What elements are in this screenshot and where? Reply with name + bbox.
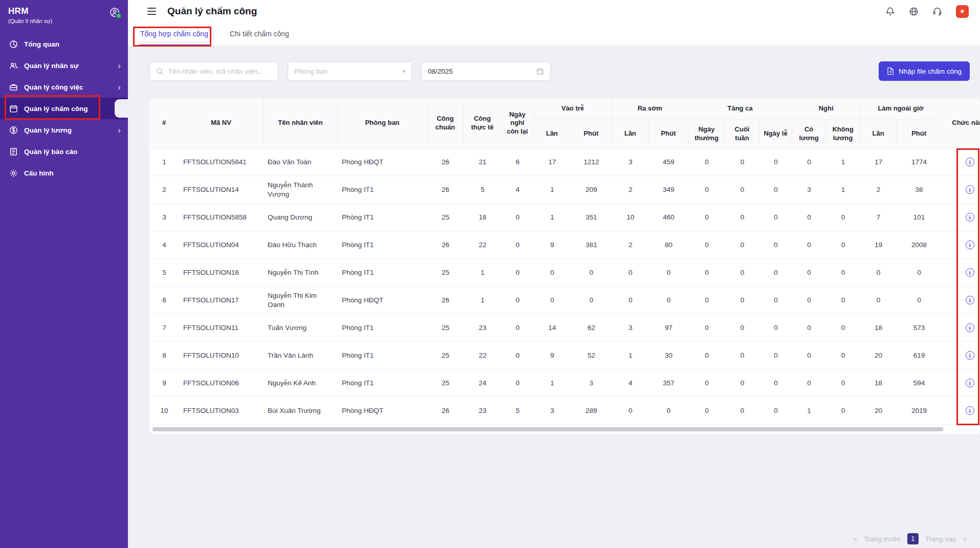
action-cell: i bbox=[942, 231, 980, 259]
next-page-button[interactable]: Trang sau bbox=[925, 535, 956, 543]
dollar-circle-icon bbox=[9, 126, 18, 135]
value-cell: 3 bbox=[612, 314, 649, 342]
value-cell: 0 bbox=[759, 204, 792, 231]
value-cell: 0 bbox=[649, 397, 688, 425]
value-cell: 18 bbox=[860, 314, 897, 342]
sidebar-item-tong-quan[interactable]: Tổng quan bbox=[0, 33, 128, 55]
value-cell: 0 bbox=[792, 148, 826, 176]
row-detail-info-icon[interactable]: i bbox=[966, 185, 974, 194]
value-cell: 0 bbox=[897, 287, 942, 314]
employee-code-cell: FFTSOLUTION11 bbox=[179, 314, 264, 342]
value-cell: 0 bbox=[725, 176, 759, 204]
support-headset-icon[interactable] bbox=[932, 7, 942, 16]
value-cell: 0 bbox=[792, 204, 826, 231]
sidebar-item-label: Cấu hình bbox=[24, 169, 54, 177]
row-index-cell: 3 bbox=[149, 204, 179, 231]
row-detail-info-icon[interactable]: i bbox=[966, 158, 974, 166]
row-detail-info-icon[interactable]: i bbox=[966, 379, 974, 387]
language-globe-icon[interactable] bbox=[909, 7, 919, 16]
table-row: 5FFTSOLUTION16Nguyễn Thị TìnhPhòng IT125… bbox=[149, 259, 980, 287]
value-cell: 573 bbox=[897, 314, 942, 342]
value-cell: 0 bbox=[759, 397, 792, 425]
value-cell: 351 bbox=[571, 204, 612, 231]
value-cell: 0 bbox=[759, 176, 792, 204]
search-input[interactable] bbox=[168, 68, 272, 75]
row-detail-info-icon[interactable]: i bbox=[966, 296, 974, 304]
employee-name-cell: Tuấn Vương bbox=[264, 314, 338, 342]
department-cell: Phòng IT1 bbox=[338, 176, 427, 204]
brand-text: HRM (Quản lí nhân sự) bbox=[8, 6, 52, 24]
action-cell: i bbox=[942, 369, 980, 397]
sidebar-item-quan-ly-luong[interactable]: Quản lý lương› bbox=[0, 119, 128, 141]
tab-chi-tiet-cham-cong[interactable]: Chi tiết chấm công bbox=[229, 23, 290, 46]
row-detail-info-icon[interactable]: i bbox=[966, 213, 974, 222]
value-cell: 0 bbox=[725, 204, 759, 231]
value-cell: 594 bbox=[897, 369, 942, 397]
tab-tong-hop-cham-cong[interactable]: Tổng hợp chấm công bbox=[139, 23, 209, 46]
row-detail-info-icon[interactable]: i bbox=[966, 323, 974, 332]
department-select[interactable]: Phòng ban ▾ bbox=[288, 61, 412, 81]
value-cell: 0 bbox=[897, 259, 942, 287]
value-cell: 0 bbox=[688, 231, 725, 259]
table-row: 1FFTSOLUTION5841Đào Văn ToànPhòng HĐQT26… bbox=[149, 148, 980, 176]
value-cell: 0 bbox=[826, 204, 860, 231]
last-page-icon[interactable]: » bbox=[963, 535, 967, 543]
import-attendance-file-button[interactable]: Nhập file chấm công bbox=[879, 61, 970, 81]
avatar-star-glyph: ★ bbox=[960, 8, 965, 15]
user-avatar[interactable]: ★ bbox=[956, 5, 969, 18]
row-detail-info-icon[interactable]: i bbox=[966, 240, 974, 249]
sidebar-item-quan-ly-cham-cong[interactable]: Quản lý chấm công bbox=[0, 98, 128, 119]
value-cell: 0 bbox=[759, 314, 792, 342]
page-title: Quản lý chấm công bbox=[167, 6, 257, 17]
value-cell: 209 bbox=[571, 176, 612, 204]
value-cell: 1 bbox=[534, 369, 571, 397]
sidebar-item-quan-ly-nhan-su[interactable]: Quản lý nhân sự› bbox=[0, 55, 128, 76]
value-cell: 18 bbox=[860, 369, 897, 397]
value-cell: 619 bbox=[897, 342, 942, 369]
value-cell: 0 bbox=[792, 259, 826, 287]
row-detail-info-icon[interactable]: i bbox=[966, 406, 974, 415]
value-cell: 4 bbox=[502, 176, 534, 204]
sidebar-item-quan-ly-cong-viec[interactable]: Quản lý công việc› bbox=[0, 76, 128, 98]
employee-code-cell: FFTSOLUTION5841 bbox=[179, 148, 264, 176]
value-cell: 0 bbox=[792, 231, 826, 259]
main-area: Quản lý chấm công ★ Tổng hợp chấm công C… bbox=[128, 0, 980, 548]
table-row: 2FFTSOLUTION14Nguyễn Thành VượngPhòng IT… bbox=[149, 176, 980, 204]
month-picker[interactable] bbox=[421, 61, 551, 81]
subcol-ot-holiday: Ngày lễ bbox=[759, 120, 792, 148]
sidebar-item-cau-hinh[interactable]: Cấu hình bbox=[0, 162, 128, 184]
calendar-icon bbox=[9, 104, 18, 113]
sidebar-user-status-icon[interactable] bbox=[108, 6, 121, 18]
action-cell: i bbox=[942, 204, 980, 231]
value-cell: 1 bbox=[464, 259, 502, 287]
table-row: 4FFTSOLUTION04Đào Hữu ThạchPhòng IT12622… bbox=[149, 231, 980, 259]
month-input[interactable] bbox=[428, 68, 489, 75]
value-cell: 0 bbox=[792, 369, 826, 397]
first-page-icon[interactable]: « bbox=[854, 535, 858, 543]
notification-bell-icon[interactable] bbox=[885, 7, 895, 16]
row-detail-info-icon[interactable]: i bbox=[966, 268, 974, 277]
value-cell: 0 bbox=[792, 287, 826, 314]
horizontal-scrollbar[interactable] bbox=[153, 427, 943, 431]
value-cell: 25 bbox=[427, 204, 464, 231]
value-cell: 0 bbox=[759, 148, 792, 176]
subcol-early-times: Lần bbox=[612, 120, 649, 148]
value-cell: 0 bbox=[688, 314, 725, 342]
menu-toggle-icon[interactable] bbox=[146, 7, 157, 16]
value-cell: 80 bbox=[649, 231, 688, 259]
value-cell: 26 bbox=[427, 148, 464, 176]
sidebar-item-quan-ly-bao-cao[interactable]: Quản lý báo cáo bbox=[0, 141, 128, 162]
employee-name-cell: Bùi Xuân Trường bbox=[264, 397, 338, 425]
value-cell: 17 bbox=[534, 148, 571, 176]
current-page-button[interactable]: 1 bbox=[907, 533, 919, 544]
row-detail-info-icon[interactable]: i bbox=[966, 351, 974, 360]
value-cell: 1212 bbox=[571, 148, 612, 176]
value-cell: 0 bbox=[860, 259, 897, 287]
value-cell: 0 bbox=[725, 148, 759, 176]
department-cell: Phòng HĐQT bbox=[338, 397, 427, 425]
prev-page-button[interactable]: Trang trước bbox=[864, 535, 901, 543]
subcol-leave-paid: Có lương bbox=[792, 120, 826, 148]
employee-search[interactable] bbox=[149, 61, 278, 81]
value-cell: 20 bbox=[860, 397, 897, 425]
value-cell: 460 bbox=[649, 204, 688, 231]
